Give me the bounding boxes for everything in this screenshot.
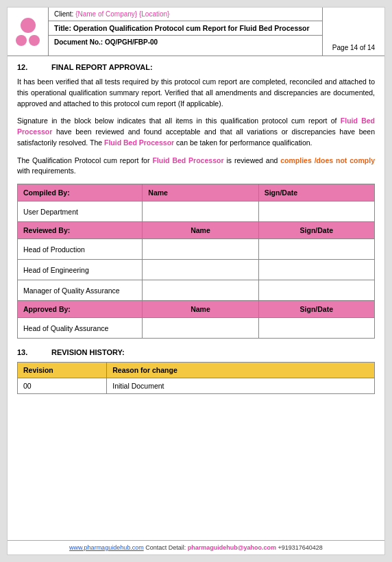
table-row: 00 Initial Document (18, 378, 375, 394)
doc-value: OQ/PGH/FBP-00 (105, 38, 158, 46)
revision-00: 00 (18, 378, 107, 394)
title-label: Title: (54, 24, 71, 32)
title-row: Title: Operation Qualification Protocol … (49, 21, 322, 36)
manager-qa-name (143, 280, 258, 301)
table-row: Manager of Quality Assurance (18, 280, 375, 301)
head-production-name (143, 239, 258, 260)
document-header: Client: {Name of Company} {Location} Tit… (8, 8, 384, 56)
para1: It has been verified that all tests requ… (17, 77, 375, 109)
para3-highlight2: complies /does not comply (280, 156, 375, 164)
header-info: Client: {Name of Company} {Location} Tit… (49, 8, 323, 56)
reviewed-name-header: Name (143, 222, 258, 239)
doc-label: Document No.: (54, 38, 103, 46)
section13-title: 13. REVISION HISTORY: (17, 348, 375, 356)
head-engineering-name (143, 260, 258, 280)
section12-number: 12. (17, 63, 38, 71)
reviewed-sign-header: Sign/Date (258, 222, 374, 239)
approved-sign-header: Sign/Date (258, 301, 374, 318)
revision-col-header: Revision (18, 363, 107, 378)
footer-email: pharmaguidehub@yahoo.com (188, 544, 276, 551)
doc-row: Document No.: OQ/PGH/FBP-00 (49, 36, 322, 49)
head-production-sign (258, 239, 374, 260)
para2-before: Signature in the block below indicates t… (17, 117, 337, 125)
section12-title: 12. FINAL REPORT APPROVAL: (17, 63, 375, 71)
compiled-sign-header: Sign/Date (258, 184, 374, 201)
approved-header-row: Approved By: Name Sign/Date (18, 301, 375, 318)
main-content: 12. FINAL REPORT APPROVAL: It has been v… (8, 56, 384, 401)
table-row: Head of Engineering (18, 260, 375, 280)
head-engineering-cell: Head of Engineering (18, 260, 143, 280)
table-row: User Department (18, 201, 375, 222)
manager-qa-cell: Manager of Quality Assurance (18, 280, 143, 301)
client-value: {Name of Company} {Location} (75, 10, 169, 18)
logo-circle-1 (21, 18, 36, 33)
compiled-name-header: Name (143, 184, 258, 201)
approved-name-header: Name (143, 301, 258, 318)
logo-circle-2 (16, 35, 27, 46)
reviewed-header-row: Reviewed By: Name Sign/Date (18, 222, 375, 239)
footer-phone: +919317640428 (278, 544, 323, 551)
compiled-header-row: Compiled By: Name Sign/Date (18, 184, 375, 201)
head-engineering-sign (258, 260, 374, 280)
revision-header-row: Revision Reason for change (18, 363, 375, 378)
user-dept-sign (258, 201, 374, 222)
user-dept-cell: User Department (18, 201, 143, 222)
section13-heading: REVISION HISTORY: (51, 348, 125, 356)
approved-by-label: Approved By: (18, 301, 143, 318)
para3-before: The Qualification Protocol cum report fo… (17, 156, 149, 164)
reason-initial: Initial Document (107, 378, 375, 394)
title-value: Operation Qualification Protocol cum Rep… (73, 24, 310, 32)
table-row: Head of Quality Assurance (18, 318, 375, 339)
para3-after: with requirements. (17, 167, 76, 175)
page-number: Page 14 of 14 (323, 8, 384, 56)
head-qa-name (143, 318, 258, 339)
reviewed-by-label: Reviewed By: (18, 222, 143, 239)
para3-middle: is reviewed and (226, 156, 278, 164)
para2: Signature in the block below indicates t… (17, 116, 375, 148)
footer-website[interactable]: www.pharmaguidehub.com (69, 544, 144, 551)
para3: The Qualification Protocol cum report fo… (17, 156, 375, 178)
section13-number: 13. (17, 348, 38, 356)
page-footer: www.pharmaguidehub.com Contact Detail: p… (8, 540, 384, 554)
section13: 13. REVISION HISTORY: Revision Reason fo… (17, 348, 375, 394)
document-page: Client: {Name of Company} {Location} Tit… (7, 7, 385, 555)
logo-circle-3 (29, 35, 40, 46)
reason-col-header: Reason for change (107, 363, 375, 378)
user-dept-name (143, 201, 258, 222)
head-qa-sign (258, 318, 374, 339)
head-qa-cell: Head of Quality Assurance (18, 318, 143, 339)
para3-highlight1: Fluid Bed Processor (152, 156, 223, 164)
approval-table: Compiled By: Name Sign/Date User Departm… (17, 184, 375, 339)
section12-heading: FINAL REPORT APPROVAL: (51, 63, 153, 71)
footer-contact-label: Contact Detail: (145, 544, 186, 551)
logo-area (8, 8, 49, 56)
head-production-cell: Head of Production (18, 239, 143, 260)
para2-highlight2: Fluid Bed Processor (104, 138, 174, 147)
manager-qa-sign (258, 280, 374, 301)
para2-after: can be taken for performance qualificati… (176, 138, 312, 147)
table-row: Head of Production (18, 239, 375, 260)
revision-table: Revision Reason for change 00 Initial Do… (17, 362, 375, 394)
client-label: Client: (54, 10, 73, 18)
client-row: Client: {Name of Company} {Location} (49, 8, 322, 21)
compiled-by-label: Compiled By: (18, 184, 143, 201)
